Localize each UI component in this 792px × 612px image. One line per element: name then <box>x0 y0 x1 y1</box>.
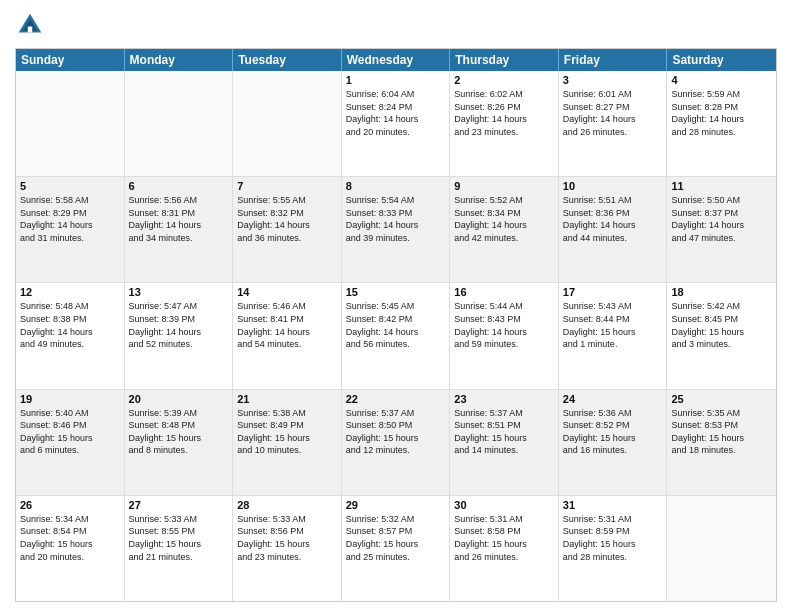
cell-info: Sunrise: 5:44 AM Sunset: 8:43 PM Dayligh… <box>454 300 554 350</box>
day-cell-7: 7Sunrise: 5:55 AM Sunset: 8:32 PM Daylig… <box>233 177 342 282</box>
day-number: 15 <box>346 286 446 298</box>
cell-info: Sunrise: 5:37 AM Sunset: 8:51 PM Dayligh… <box>454 407 554 457</box>
day-number: 14 <box>237 286 337 298</box>
day-cell-9: 9Sunrise: 5:52 AM Sunset: 8:34 PM Daylig… <box>450 177 559 282</box>
header-cell-thursday: Thursday <box>450 49 559 71</box>
day-cell-25: 25Sunrise: 5:35 AM Sunset: 8:53 PM Dayli… <box>667 390 776 495</box>
page: SundayMondayTuesdayWednesdayThursdayFrid… <box>0 0 792 612</box>
day-cell-4: 4Sunrise: 5:59 AM Sunset: 8:28 PM Daylig… <box>667 71 776 176</box>
svg-rect-2 <box>28 27 33 33</box>
day-cell-18: 18Sunrise: 5:42 AM Sunset: 8:45 PM Dayli… <box>667 283 776 388</box>
day-cell-24: 24Sunrise: 5:36 AM Sunset: 8:52 PM Dayli… <box>559 390 668 495</box>
day-cell-3: 3Sunrise: 6:01 AM Sunset: 8:27 PM Daylig… <box>559 71 668 176</box>
day-cell-23: 23Sunrise: 5:37 AM Sunset: 8:51 PM Dayli… <box>450 390 559 495</box>
cell-info: Sunrise: 5:32 AM Sunset: 8:57 PM Dayligh… <box>346 513 446 563</box>
cell-info: Sunrise: 5:36 AM Sunset: 8:52 PM Dayligh… <box>563 407 663 457</box>
day-number: 6 <box>129 180 229 192</box>
day-cell-31: 31Sunrise: 5:31 AM Sunset: 8:59 PM Dayli… <box>559 496 668 601</box>
day-number: 18 <box>671 286 772 298</box>
cell-info: Sunrise: 5:52 AM Sunset: 8:34 PM Dayligh… <box>454 194 554 244</box>
cell-info: Sunrise: 6:01 AM Sunset: 8:27 PM Dayligh… <box>563 88 663 138</box>
day-cell-22: 22Sunrise: 5:37 AM Sunset: 8:50 PM Dayli… <box>342 390 451 495</box>
logo-icon <box>15 10 45 40</box>
cell-info: Sunrise: 5:33 AM Sunset: 8:56 PM Dayligh… <box>237 513 337 563</box>
day-cell-27: 27Sunrise: 5:33 AM Sunset: 8:55 PM Dayli… <box>125 496 234 601</box>
day-number: 31 <box>563 499 663 511</box>
cell-info: Sunrise: 5:58 AM Sunset: 8:29 PM Dayligh… <box>20 194 120 244</box>
cell-info: Sunrise: 5:50 AM Sunset: 8:37 PM Dayligh… <box>671 194 772 244</box>
cell-info: Sunrise: 5:34 AM Sunset: 8:54 PM Dayligh… <box>20 513 120 563</box>
day-cell-30: 30Sunrise: 5:31 AM Sunset: 8:58 PM Dayli… <box>450 496 559 601</box>
day-cell-1: 1Sunrise: 6:04 AM Sunset: 8:24 PM Daylig… <box>342 71 451 176</box>
cell-info: Sunrise: 5:47 AM Sunset: 8:39 PM Dayligh… <box>129 300 229 350</box>
day-number: 26 <box>20 499 120 511</box>
cell-info: Sunrise: 5:39 AM Sunset: 8:48 PM Dayligh… <box>129 407 229 457</box>
calendar-row-5: 26Sunrise: 5:34 AM Sunset: 8:54 PM Dayli… <box>16 496 776 601</box>
cell-info: Sunrise: 5:31 AM Sunset: 8:59 PM Dayligh… <box>563 513 663 563</box>
day-cell-15: 15Sunrise: 5:45 AM Sunset: 8:42 PM Dayli… <box>342 283 451 388</box>
day-cell-8: 8Sunrise: 5:54 AM Sunset: 8:33 PM Daylig… <box>342 177 451 282</box>
calendar-row-3: 12Sunrise: 5:48 AM Sunset: 8:38 PM Dayli… <box>16 283 776 389</box>
cell-info: Sunrise: 5:42 AM Sunset: 8:45 PM Dayligh… <box>671 300 772 350</box>
header-cell-tuesday: Tuesday <box>233 49 342 71</box>
cell-info: Sunrise: 5:56 AM Sunset: 8:31 PM Dayligh… <box>129 194 229 244</box>
day-number: 22 <box>346 393 446 405</box>
day-number: 3 <box>563 74 663 86</box>
day-cell-21: 21Sunrise: 5:38 AM Sunset: 8:49 PM Dayli… <box>233 390 342 495</box>
cell-info: Sunrise: 5:35 AM Sunset: 8:53 PM Dayligh… <box>671 407 772 457</box>
day-cell-2: 2Sunrise: 6:02 AM Sunset: 8:26 PM Daylig… <box>450 71 559 176</box>
day-number: 11 <box>671 180 772 192</box>
cell-info: Sunrise: 5:33 AM Sunset: 8:55 PM Dayligh… <box>129 513 229 563</box>
cell-info: Sunrise: 5:31 AM Sunset: 8:58 PM Dayligh… <box>454 513 554 563</box>
empty-cell <box>16 71 125 176</box>
day-number: 9 <box>454 180 554 192</box>
cell-info: Sunrise: 5:45 AM Sunset: 8:42 PM Dayligh… <box>346 300 446 350</box>
day-number: 30 <box>454 499 554 511</box>
day-cell-10: 10Sunrise: 5:51 AM Sunset: 8:36 PM Dayli… <box>559 177 668 282</box>
day-number: 7 <box>237 180 337 192</box>
cell-info: Sunrise: 5:59 AM Sunset: 8:28 PM Dayligh… <box>671 88 772 138</box>
day-number: 19 <box>20 393 120 405</box>
empty-cell <box>125 71 234 176</box>
day-number: 8 <box>346 180 446 192</box>
calendar: SundayMondayTuesdayWednesdayThursdayFrid… <box>15 48 777 602</box>
day-number: 17 <box>563 286 663 298</box>
day-number: 23 <box>454 393 554 405</box>
day-number: 12 <box>20 286 120 298</box>
cell-info: Sunrise: 5:40 AM Sunset: 8:46 PM Dayligh… <box>20 407 120 457</box>
day-number: 10 <box>563 180 663 192</box>
day-number: 4 <box>671 74 772 86</box>
day-cell-19: 19Sunrise: 5:40 AM Sunset: 8:46 PM Dayli… <box>16 390 125 495</box>
header-cell-wednesday: Wednesday <box>342 49 451 71</box>
day-number: 25 <box>671 393 772 405</box>
header-cell-monday: Monday <box>125 49 234 71</box>
day-number: 21 <box>237 393 337 405</box>
logo <box>15 10 47 40</box>
day-number: 16 <box>454 286 554 298</box>
day-cell-13: 13Sunrise: 5:47 AM Sunset: 8:39 PM Dayli… <box>125 283 234 388</box>
cell-info: Sunrise: 5:43 AM Sunset: 8:44 PM Dayligh… <box>563 300 663 350</box>
header-cell-friday: Friday <box>559 49 668 71</box>
day-number: 24 <box>563 393 663 405</box>
day-cell-29: 29Sunrise: 5:32 AM Sunset: 8:57 PM Dayli… <box>342 496 451 601</box>
day-number: 5 <box>20 180 120 192</box>
day-number: 13 <box>129 286 229 298</box>
calendar-row-2: 5Sunrise: 5:58 AM Sunset: 8:29 PM Daylig… <box>16 177 776 283</box>
day-number: 1 <box>346 74 446 86</box>
day-number: 29 <box>346 499 446 511</box>
cell-info: Sunrise: 5:51 AM Sunset: 8:36 PM Dayligh… <box>563 194 663 244</box>
day-cell-28: 28Sunrise: 5:33 AM Sunset: 8:56 PM Dayli… <box>233 496 342 601</box>
day-cell-16: 16Sunrise: 5:44 AM Sunset: 8:43 PM Dayli… <box>450 283 559 388</box>
day-number: 2 <box>454 74 554 86</box>
day-cell-11: 11Sunrise: 5:50 AM Sunset: 8:37 PM Dayli… <box>667 177 776 282</box>
day-number: 28 <box>237 499 337 511</box>
calendar-body: 1Sunrise: 6:04 AM Sunset: 8:24 PM Daylig… <box>16 71 776 601</box>
day-number: 27 <box>129 499 229 511</box>
header <box>15 10 777 40</box>
cell-info: Sunrise: 6:04 AM Sunset: 8:24 PM Dayligh… <box>346 88 446 138</box>
day-cell-20: 20Sunrise: 5:39 AM Sunset: 8:48 PM Dayli… <box>125 390 234 495</box>
day-cell-17: 17Sunrise: 5:43 AM Sunset: 8:44 PM Dayli… <box>559 283 668 388</box>
day-cell-12: 12Sunrise: 5:48 AM Sunset: 8:38 PM Dayli… <box>16 283 125 388</box>
cell-info: Sunrise: 5:54 AM Sunset: 8:33 PM Dayligh… <box>346 194 446 244</box>
day-cell-26: 26Sunrise: 5:34 AM Sunset: 8:54 PM Dayli… <box>16 496 125 601</box>
